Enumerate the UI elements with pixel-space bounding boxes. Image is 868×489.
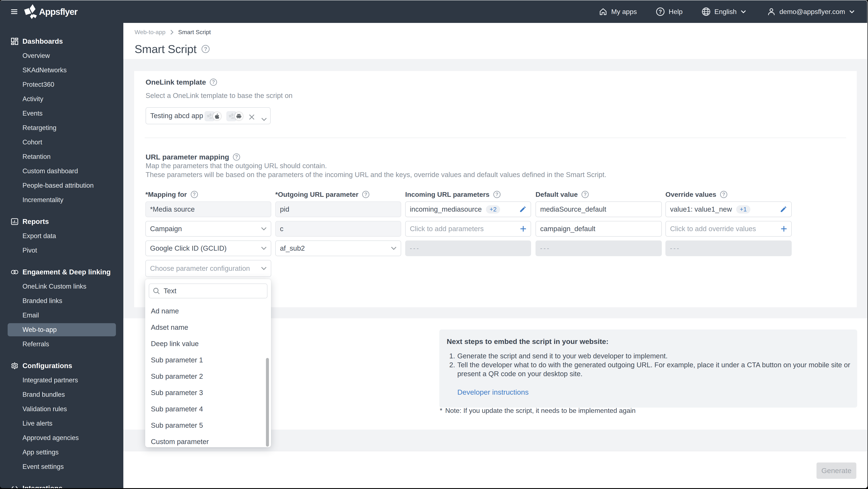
sidebar-section-engagement-deep-linking[interactable]: Engaement & Deep linking: [0, 265, 123, 279]
col-header-incoming: Incoming URL parameters: [405, 191, 490, 199]
sidebar-item-export-data[interactable]: Export data: [0, 229, 123, 243]
my-apps-button[interactable]: My apps: [599, 7, 637, 16]
mapping-desc-1: Map the parameters that the outgoing URL…: [146, 162, 327, 170]
android-app-chip: [226, 111, 245, 122]
sidebar-item-cohort[interactable]: Cohort: [0, 135, 123, 149]
sidebar-item-email[interactable]: Email: [0, 308, 123, 322]
mapping-for-help-icon[interactable]: ?: [191, 191, 198, 198]
add-override-plus-icon[interactable]: [781, 226, 787, 232]
footer-bar: Generate: [123, 451, 867, 488]
dropdown-option-sub-parameter-4[interactable]: Sub parameter 4: [145, 401, 271, 417]
page-title-help-icon[interactable]: ?: [202, 45, 210, 53]
hamburger-menu-icon[interactable]: [11, 9, 18, 14]
sidebar-item-custom-dashboard[interactable]: Custom dashboard: [0, 164, 123, 178]
note-text: Note: If you update the script, it needs…: [445, 407, 636, 414]
main-content: Web-to-app Smart Script Smart Script ? O…: [123, 23, 867, 488]
sidebar-item-people-based-attribution[interactable]: People-based attribution: [0, 178, 123, 193]
dropdown-option-custom-parameter[interactable]: Custom parameter: [145, 433, 271, 450]
sidebar-item-onelink-custom-links[interactable]: OneLink Custom links: [0, 279, 123, 294]
note-row: * Note: If you update the script, it nee…: [440, 407, 636, 414]
override-values-field[interactable]: value1: value1_new +1: [665, 201, 792, 217]
url-parameter-mapping-heading: URL parameter mapping: [146, 153, 229, 161]
choose-parameter-configuration-select[interactable]: Choose parameter configuration: [145, 260, 271, 277]
sidebar-item-web-to-app[interactable]: Web-to-app: [0, 322, 123, 337]
dropdown-option-sub-parameter-2[interactable]: Sub parameter 2: [145, 368, 271, 384]
language-selector[interactable]: English: [702, 7, 746, 16]
column-header: *Mapping for ?: [145, 190, 271, 200]
sidebar-item-skadnetworks[interactable]: SKAdNetworks: [0, 63, 123, 78]
appsflyer-logo[interactable]: Appsflyer: [24, 4, 78, 20]
mapping-for-campaign-select[interactable]: Campaign: [145, 221, 271, 237]
developer-instructions-link[interactable]: Developer instructions: [457, 388, 528, 396]
onelink-template-select[interactable]: Testing abcd app: [146, 107, 271, 124]
incoming-help-icon[interactable]: ?: [493, 191, 500, 198]
gear-icon: [11, 362, 18, 369]
sidebar-item-overview[interactable]: Overview: [0, 49, 123, 63]
override-add-values-field[interactable]: Click to add override values: [665, 221, 792, 237]
dropdown-option-adset-name[interactable]: Adset name: [145, 319, 271, 336]
sidebar-item-activity[interactable]: Activity: [0, 92, 123, 106]
field-value: af_sub2: [280, 244, 305, 252]
edit-incoming-icon[interactable]: [519, 206, 526, 213]
dropdown-option-sub-parameter-5[interactable]: Sub parameter 5: [145, 417, 271, 433]
incoming-mediasource-field[interactable]: incoming_mediasource +2: [405, 201, 531, 217]
sidebar-item-incrementality[interactable]: Incrementality: [0, 193, 123, 207]
dropdown-scrollbar[interactable]: [266, 358, 269, 447]
dropdown-option-sub-parameter-3[interactable]: Sub parameter 3: [145, 384, 271, 401]
url-parameter-mapping-help-icon[interactable]: ?: [233, 153, 240, 161]
dropdown-option-deep-link-value[interactable]: Deep link value: [145, 336, 271, 352]
svg-text:?: ?: [659, 9, 662, 15]
sidebar-item-pivot[interactable]: Pivot: [0, 243, 123, 258]
default-campaign-input[interactable]: campaign_default: [535, 221, 662, 237]
sidebar-item-retargeting[interactable]: Retargeting: [0, 121, 123, 135]
column-header: Default value ?: [535, 190, 662, 200]
sidebar-item-events[interactable]: Events: [0, 106, 123, 121]
top-bar: Appsflyer My apps ? Help: [0, 0, 867, 23]
sidebar-item-retantion[interactable]: Retantion: [0, 149, 123, 164]
account-menu[interactable]: demo@appsflyer.com: [767, 7, 855, 16]
onelink-template-help-icon[interactable]: ?: [210, 79, 217, 86]
field-value: Google Click ID (GCLID): [150, 244, 226, 252]
onelink-template-subtitle: Select a OneLink template to base the sc…: [146, 92, 292, 100]
edit-override-icon[interactable]: [780, 206, 787, 213]
sidebar-item-integrated-partners[interactable]: Integrated partners: [0, 373, 123, 387]
sidebar-item-protect360[interactable]: Protect360: [0, 78, 123, 92]
outgoing-help-icon[interactable]: ?: [362, 191, 369, 198]
outgoing-af-sub2-select[interactable]: af_sub2: [275, 240, 401, 256]
link-icon: [11, 268, 18, 276]
dropdown-option-ad-name[interactable]: Ad name: [145, 303, 271, 319]
sidebar-item-app-settings[interactable]: App settings: [0, 445, 123, 460]
mapping-for-gclid-select[interactable]: Google Click ID (GCLID): [145, 240, 271, 256]
sidebar-item-approved-agencies[interactable]: Approved agencies: [0, 431, 123, 445]
default-mediasource-input[interactable]: mediaSource_default: [535, 201, 662, 217]
field-value: ---: [670, 245, 680, 252]
incoming-more-badge[interactable]: +2: [486, 205, 500, 213]
chevron-down-icon[interactable]: [261, 115, 267, 123]
sidebar-section-configurations[interactable]: Configurations: [0, 358, 123, 373]
sidebar-item-event-settings[interactable]: Event settings: [0, 460, 123, 474]
sidebar-section-reports[interactable]: Reports: [0, 214, 123, 229]
help-button[interactable]: ? Help: [656, 7, 683, 16]
step-1-number: 1.: [449, 352, 457, 361]
field-value: c: [280, 225, 283, 233]
globe-icon: [702, 7, 711, 16]
help-circle-icon: ?: [656, 7, 665, 16]
sidebar-item-validation-rules[interactable]: Validation rules: [0, 402, 123, 416]
default-value-help-icon[interactable]: ?: [582, 191, 589, 198]
sidebar-item-branded-links[interactable]: Branded links: [0, 294, 123, 308]
override-values-help-icon[interactable]: ?: [720, 191, 727, 198]
dropdown-search-input[interactable]: Text: [149, 284, 268, 298]
sidebar-item-referrals[interactable]: Referrals: [0, 337, 123, 351]
sidebar-item-brand-bundles[interactable]: Brand bundles: [0, 387, 123, 402]
override-more-badge[interactable]: +1: [736, 205, 750, 213]
sidebar-section-dashboards[interactable]: Dashboards: [0, 34, 123, 49]
sidebar-item-live-alerts[interactable]: Live alerts: [0, 416, 123, 431]
dropdown-option-sub-parameter-1[interactable]: Sub parameter 1: [145, 352, 271, 368]
clear-selection-icon[interactable]: [249, 114, 254, 121]
sidebar-section-integrations[interactable]: Integrations: [0, 481, 123, 488]
add-parameters-plus-icon[interactable]: [520, 226, 526, 232]
generate-button[interactable]: Generate: [816, 462, 856, 479]
breadcrumb-parent[interactable]: Web-to-app: [134, 29, 165, 36]
incoming-add-parameters-field[interactable]: Click to add parameters: [405, 221, 531, 237]
language-label: English: [714, 8, 737, 16]
